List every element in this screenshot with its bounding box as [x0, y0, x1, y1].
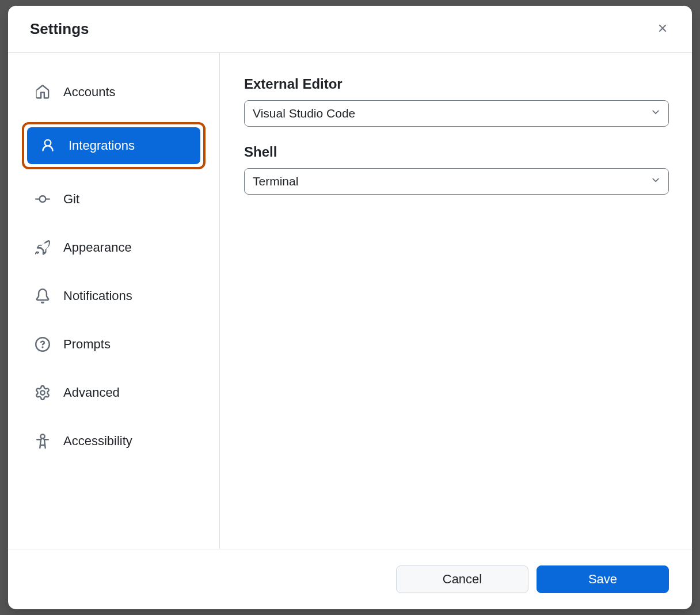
shell-label: Shell [244, 144, 669, 160]
git-commit-icon [35, 191, 51, 207]
close-icon [656, 22, 669, 36]
settings-modal: Settings Accounts Integrations [8, 6, 692, 609]
modal-title: Settings [30, 20, 89, 38]
external-editor-label: External Editor [244, 76, 669, 92]
modal-footer: Cancel Save [8, 549, 692, 609]
person-icon [40, 138, 56, 154]
sidebar-item-integrations[interactable]: Integrations [27, 127, 200, 164]
external-editor-select-wrap: Visual Studio Code [244, 100, 669, 127]
sidebar-item-notifications[interactable]: Notifications [22, 278, 206, 314]
home-icon [35, 84, 51, 100]
sidebar-item-advanced[interactable]: Advanced [22, 374, 206, 411]
modal-header: Settings [8, 6, 692, 53]
sidebar-item-label: Appearance [63, 240, 132, 255]
sidebar-item-label: Accessibility [63, 434, 132, 449]
gear-icon [35, 385, 51, 401]
sidebar-item-accounts[interactable]: Accounts [22, 74, 206, 111]
sidebar-item-label: Notifications [63, 288, 132, 303]
settings-sidebar: Accounts Integrations Git [8, 53, 220, 549]
sidebar-item-accessibility[interactable]: Accessibility [22, 423, 206, 460]
accessibility-icon [35, 433, 51, 449]
sidebar-item-label: Prompts [63, 337, 111, 352]
external-editor-group: External Editor Visual Studio Code [244, 76, 669, 127]
question-icon [35, 336, 51, 352]
sidebar-highlight: Integrations [22, 122, 206, 169]
bell-icon [35, 288, 51, 304]
shell-select[interactable]: Terminal [244, 168, 669, 195]
sidebar-item-label: Advanced [63, 385, 120, 400]
sidebar-item-label: Integrations [69, 138, 135, 153]
sidebar-item-git[interactable]: Git [22, 181, 206, 218]
paintbrush-icon [35, 240, 51, 256]
cancel-button[interactable]: Cancel [396, 565, 528, 593]
sidebar-item-label: Accounts [63, 85, 116, 100]
sidebar-item-label: Git [63, 192, 79, 207]
settings-content: External Editor Visual Studio Code Shell… [220, 53, 692, 549]
modal-body: Accounts Integrations Git [8, 53, 692, 549]
shell-group: Shell Terminal [244, 144, 669, 195]
shell-select-wrap: Terminal [244, 168, 669, 195]
sidebar-item-prompts[interactable]: Prompts [22, 326, 206, 363]
save-button[interactable]: Save [537, 565, 669, 593]
sidebar-item-appearance[interactable]: Appearance [22, 229, 206, 266]
external-editor-select[interactable]: Visual Studio Code [244, 100, 669, 127]
close-button[interactable] [653, 18, 672, 40]
